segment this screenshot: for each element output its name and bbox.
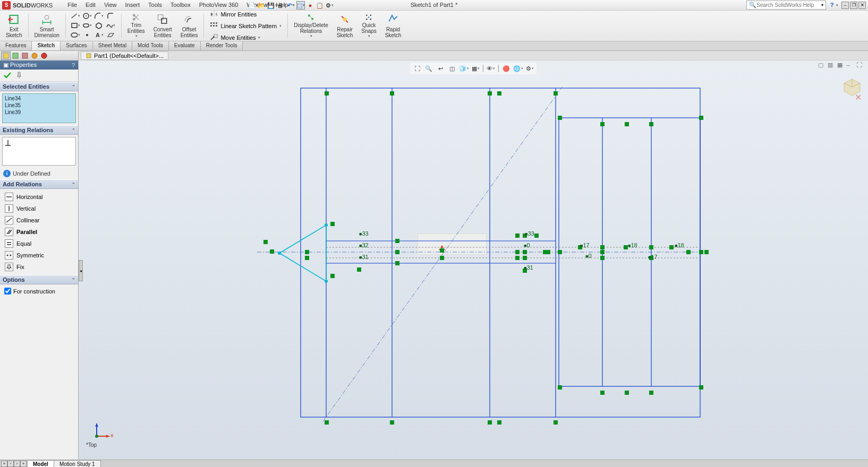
- collapse-icon[interactable]: ⌃: [72, 128, 75, 133]
- menu-tools[interactable]: Tools: [144, 1, 166, 10]
- spline-tool-icon[interactable]: ▾: [105, 21, 116, 30]
- ellipse-tool-icon[interactable]: ▾: [70, 31, 81, 39]
- settings-icon[interactable]: ⚙▾: [325, 1, 334, 10]
- collapse-icon[interactable]: ⌃: [72, 278, 75, 282]
- circle-tool-icon[interactable]: ▾: [82, 12, 92, 20]
- property-manager-icon[interactable]: [11, 51, 20, 60]
- close-button[interactable]: ✕: [858, 2, 866, 9]
- motion-study-tab[interactable]: Motion Study 1: [54, 460, 101, 468]
- restore-button[interactable]: ❐: [850, 2, 857, 9]
- trim-entities-button[interactable]: Trim Entities▾: [124, 12, 149, 40]
- undo-icon[interactable]: ↶▾: [287, 1, 295, 10]
- print-icon[interactable]: 🖨▾: [277, 1, 286, 10]
- menu-file[interactable]: File: [63, 1, 81, 10]
- text-tool-icon[interactable]: A▾: [93, 31, 104, 39]
- select-icon[interactable]: ⬚▾: [296, 1, 305, 10]
- help-icon[interactable]: ?: [828, 2, 836, 9]
- smart-dimension-button[interactable]: Smart Dimension: [31, 12, 63, 40]
- dimexpert-icon[interactable]: [30, 51, 39, 60]
- tab-surfaces[interactable]: Surfaces: [61, 41, 92, 50]
- relation-collinear[interactable]: Collinear: [2, 214, 76, 226]
- feature-manager-icon[interactable]: [1, 51, 11, 60]
- tab-render-tools[interactable]: Render Tools: [201, 41, 243, 50]
- polygon-tool-icon[interactable]: [93, 21, 104, 30]
- relation-fix[interactable]: Fix: [2, 261, 76, 273]
- relation-horizontal[interactable]: Horizontal: [2, 191, 76, 203]
- relation-parallel[interactable]: Parallel: [2, 226, 76, 238]
- entity-item[interactable]: Line35: [4, 102, 74, 109]
- pushpin-icon[interactable]: [15, 71, 23, 80]
- rectangle-tool-icon[interactable]: ▾: [70, 21, 81, 30]
- document-tab[interactable]: Part1 (Default<<Default>...: [81, 51, 168, 60]
- mirror-entities-button[interactable]: Mirror Entities: [208, 9, 283, 20]
- menu-edit[interactable]: Edit: [81, 1, 100, 10]
- collapse-icon[interactable]: ⌃: [72, 182, 75, 187]
- fillet-tool-icon[interactable]: [105, 12, 116, 20]
- tab-evaluate[interactable]: Evaluate: [169, 41, 201, 50]
- tab-sheet-metal[interactable]: Sheet Metal: [93, 41, 132, 50]
- svg-point-1: [45, 15, 49, 20]
- tab-prev-icon[interactable]: ‹: [7, 461, 14, 467]
- tab-features[interactable]: Features: [0, 41, 32, 50]
- quick-snaps-button[interactable]: Quick Snaps▾: [358, 12, 380, 40]
- relation-equal[interactable]: Equal: [2, 238, 76, 249]
- search-dropdown-icon[interactable]: ▾: [821, 3, 823, 7]
- convert-icon: [156, 13, 169, 25]
- config-manager-icon[interactable]: [20, 51, 30, 60]
- relation-symmetric[interactable]: Symmetric: [2, 249, 76, 261]
- existing-relations-header[interactable]: Existing Relations⌃: [0, 125, 78, 135]
- svg-rect-114: [600, 250, 605, 254]
- for-construction-checkbox[interactable]: [4, 288, 11, 295]
- ok-button[interactable]: [3, 71, 12, 80]
- svg-point-4: [86, 15, 87, 16]
- add-relations-header[interactable]: Add Relations⌃: [0, 179, 78, 189]
- open-icon[interactable]: 📂▾: [258, 1, 267, 10]
- trim-icon: [130, 13, 142, 21]
- display-delete-relations-button[interactable]: Display/Delete Relations▾: [290, 12, 331, 40]
- menu-view[interactable]: View: [100, 1, 121, 10]
- point-tool-icon[interactable]: [82, 31, 92, 39]
- help-search-input[interactable]: [756, 2, 821, 8]
- model-tab[interactable]: Model: [27, 460, 54, 468]
- slot-tool-icon[interactable]: ▾: [82, 21, 92, 30]
- display-manager-icon[interactable]: [39, 51, 49, 60]
- graphics-area[interactable]: ◂ ⛶ 🔍 ↩ ◫ 🧊▾ ▦▾ 👁▾ 🔴 🌐▾ ⚙▾ ▢ ▥ ▦ – ⛶ ✕: [79, 60, 868, 460]
- rapid-sketch-button[interactable]: Rapid Sketch: [381, 12, 405, 40]
- entity-item[interactable]: Line34: [4, 95, 74, 102]
- tab-mold-tools[interactable]: Mold Tools: [132, 41, 169, 50]
- linear-pattern-button[interactable]: Linear Sketch Pattern▾: [208, 21, 283, 31]
- svg-rect-73: [554, 91, 558, 96]
- entity-item[interactable]: Line39: [4, 109, 74, 116]
- rebuild-icon[interactable]: ●: [306, 1, 314, 10]
- app-logo-icon: S: [2, 1, 11, 10]
- help-dropdown-icon[interactable]: ▾: [836, 3, 838, 7]
- for-construction-option[interactable]: For construction: [2, 287, 76, 296]
- minimize-button[interactable]: –: [841, 2, 849, 9]
- options-header[interactable]: Options⌃: [0, 275, 78, 284]
- tab-last-icon[interactable]: »: [20, 461, 27, 467]
- arc-tool-icon[interactable]: ▾: [93, 12, 104, 20]
- relation-vertical[interactable]: Vertical: [2, 203, 76, 214]
- new-doc-icon[interactable]: 📄▾: [249, 1, 257, 10]
- plane-tool-icon[interactable]: [105, 31, 116, 39]
- line-tool-icon[interactable]: ▾: [70, 12, 81, 20]
- options-icon[interactable]: 📋: [316, 1, 324, 10]
- save-icon[interactable]: 💾▾: [268, 1, 276, 10]
- tab-sketch[interactable]: Sketch: [32, 41, 61, 50]
- collapse-icon[interactable]: ⌃: [72, 84, 75, 89]
- offset-entities-button[interactable]: Offset Entities: [177, 12, 202, 40]
- convert-entities-button[interactable]: Convert Entities: [150, 12, 176, 40]
- existing-relations-list[interactable]: [2, 137, 76, 166]
- selected-entities-list[interactable]: Line34 Line35 Line39: [2, 93, 76, 123]
- tab-next-icon[interactable]: ›: [14, 461, 20, 467]
- exit-sketch-button[interactable]: Exit Sketch: [2, 12, 26, 40]
- tab-first-icon[interactable]: «: [1, 461, 7, 467]
- menu-toolbox[interactable]: Toolbox: [166, 1, 195, 10]
- menu-insert[interactable]: Insert: [121, 1, 144, 10]
- help-search[interactable]: 🔍 ▾: [746, 1, 826, 10]
- menu-photoview[interactable]: PhotoView 360: [195, 1, 243, 10]
- repair-sketch-button[interactable]: Repair Sketch: [333, 12, 357, 40]
- prop-help-icon[interactable]: ?: [72, 62, 75, 68]
- selected-entities-header[interactable]: Selected Entities⌃: [0, 82, 78, 91]
- svg-marker-135: [106, 435, 109, 438]
